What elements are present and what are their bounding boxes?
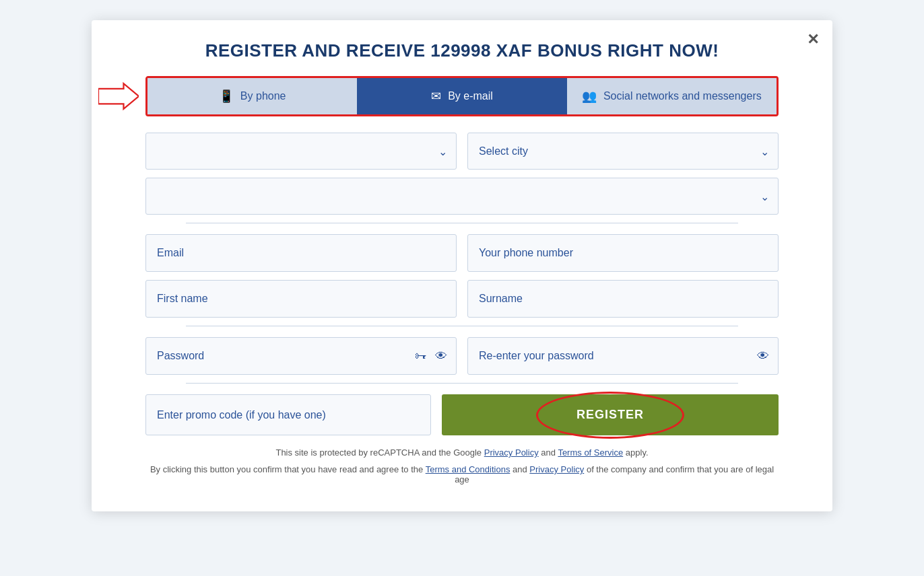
footer-and2: and: [513, 464, 527, 474]
password-row: 🗝 👁 👁: [145, 337, 779, 375]
tab-section-wrapper: 📱 By phone ✉ By e-mail 👥 Social networks…: [145, 76, 779, 116]
footer-apply: apply.: [626, 447, 649, 458]
country-select[interactable]: [145, 133, 457, 170]
email-group: [145, 234, 457, 272]
password-toggle-icon[interactable]: 👁: [434, 348, 449, 365]
tab-by-phone-label: By phone: [240, 90, 286, 102]
privacy-policy-link[interactable]: Privacy Policy: [484, 447, 539, 458]
close-button[interactable]: ✕: [807, 31, 819, 48]
currency-group: ⌄: [145, 178, 779, 215]
divider-3: [186, 383, 738, 384]
repassword-input[interactable]: [467, 337, 779, 375]
firstname-group: [145, 280, 457, 318]
repassword-group: 👁: [467, 337, 779, 375]
terms-conditions-link[interactable]: Terms and Conditions: [426, 464, 510, 474]
privacy-policy2-link[interactable]: Privacy Policy: [529, 464, 584, 474]
email-icon: ✉: [431, 89, 441, 104]
repassword-toggle-icon[interactable]: 👁: [756, 348, 770, 365]
promo-input[interactable]: [145, 394, 431, 435]
surname-input[interactable]: [467, 280, 779, 318]
tab-by-email[interactable]: ✉ By e-mail: [357, 78, 566, 114]
phone-group: [467, 234, 779, 272]
surname-group: [467, 280, 779, 318]
city-select[interactable]: Select city: [467, 133, 779, 170]
register-wrapper: REGISTER: [442, 394, 779, 435]
divider-1: [186, 223, 738, 223]
modal-title: REGISTER AND RECEIVE 129998 XAF BONUS RI…: [145, 40, 779, 61]
tab-social-label: Social networks and messengers: [603, 90, 762, 102]
currency-row: ⌄: [145, 178, 779, 215]
tab-container: 📱 By phone ✉ By e-mail 👥 Social networks…: [145, 76, 779, 116]
recaptcha-text: This site is protected by reCAPTCHA and …: [275, 447, 482, 458]
footer-and: and: [541, 447, 556, 458]
country-group: ⌄: [145, 133, 457, 170]
register-button[interactable]: REGISTER: [442, 394, 779, 435]
confirm-text: By clicking this button you confirm that…: [150, 464, 423, 474]
phone-icon: 📱: [219, 89, 234, 104]
password-input[interactable]: [145, 337, 457, 375]
firstname-input[interactable]: [145, 280, 457, 318]
password-icons: 🗝 👁: [414, 348, 449, 365]
city-group: Select city ⌄: [467, 133, 779, 170]
tab-by-phone[interactable]: 📱 By phone: [147, 78, 357, 114]
confirm-notice: By clicking this button you confirm that…: [145, 464, 779, 484]
email-input[interactable]: [145, 234, 457, 272]
tab-social[interactable]: 👥 Social networks and messengers: [567, 78, 777, 114]
recaptcha-notice: This site is protected by reCAPTCHA and …: [145, 447, 779, 458]
registration-modal: ✕ REGISTER AND RECEIVE 129998 XAF BONUS …: [92, 20, 832, 511]
phone-input[interactable]: [467, 234, 779, 272]
terms-service-link[interactable]: Terms of Service: [558, 447, 623, 458]
repassword-icons: 👁: [756, 348, 770, 365]
currency-select[interactable]: [145, 178, 779, 215]
svg-marker-0: [98, 83, 139, 109]
name-row: [145, 280, 779, 318]
location-row: ⌄ Select city ⌄: [145, 133, 779, 170]
action-row: REGISTER: [145, 394, 779, 435]
social-icon: 👥: [582, 89, 597, 104]
password-key-icon[interactable]: 🗝: [414, 348, 428, 365]
email-phone-row: [145, 234, 779, 272]
password-group: 🗝 👁: [145, 337, 457, 375]
tab-by-email-label: By e-mail: [448, 90, 493, 102]
arrow-indicator: [98, 81, 139, 112]
divider-2: [186, 326, 738, 326]
